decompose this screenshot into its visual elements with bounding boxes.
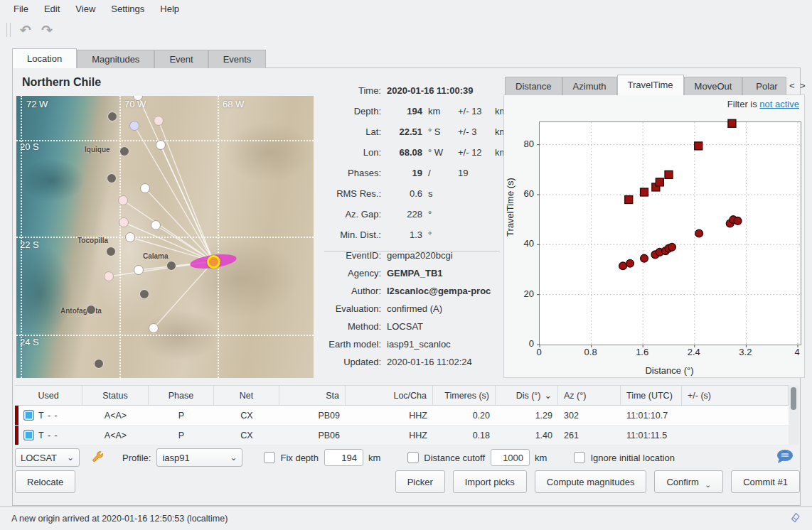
col-status[interactable]: Status bbox=[82, 386, 149, 405]
col-net[interactable]: Net bbox=[214, 386, 279, 405]
menu-file[interactable]: File bbox=[6, 1, 36, 16]
cutoff-input[interactable] bbox=[491, 449, 530, 466]
col-loccha[interactable]: Loc/Cha bbox=[346, 386, 433, 405]
agency: GEMPA_TB1 bbox=[381, 268, 443, 278]
origin-parameters: Time:2020-01-16 11:00:39 Depth:194km+/- … bbox=[317, 80, 503, 245]
station-marker[interactable] bbox=[125, 232, 135, 242]
station-marker[interactable] bbox=[129, 121, 139, 131]
col-time[interactable]: Time (UTC) bbox=[621, 386, 682, 405]
earth-model: iasp91_scanloc bbox=[381, 339, 451, 350]
pick-pen-icon[interactable] bbox=[789, 511, 802, 526]
used-checkbox[interactable] bbox=[23, 410, 34, 421]
station-marker[interactable] bbox=[140, 183, 150, 193]
tab-location[interactable]: Location bbox=[12, 48, 77, 68]
fix-depth-checkbox[interactable] bbox=[264, 452, 275, 463]
station-marker[interactable] bbox=[119, 217, 129, 227]
station-marker[interactable] bbox=[107, 173, 117, 183]
origin-mindist: 1.3 bbox=[381, 229, 422, 240]
station-marker[interactable] bbox=[94, 359, 104, 369]
filter-toggle-link[interactable]: not active bbox=[759, 99, 799, 109]
compute-magnitudes-button[interactable]: Compute magnitudes bbox=[535, 470, 647, 493]
import-picks-button[interactable]: Import picks bbox=[453, 470, 527, 493]
col-sta[interactable]: Sta bbox=[279, 386, 346, 405]
col-phase[interactable]: Phase bbox=[149, 386, 214, 405]
commit-button[interactable]: Commit #1 bbox=[731, 470, 800, 493]
event-info: EventID:gempa2020bcgi Agency:GEMPA_TB1 A… bbox=[317, 247, 508, 371]
col-dis[interactable]: Dis (°)⌄ bbox=[496, 386, 558, 405]
station-marker[interactable] bbox=[166, 261, 176, 271]
origin-label: Az. Gap: bbox=[317, 209, 381, 220]
depth-input[interactable] bbox=[324, 449, 363, 466]
menu-help[interactable]: Help bbox=[152, 1, 187, 16]
relocate-button[interactable]: Relocate bbox=[15, 470, 75, 493]
station-marker[interactable] bbox=[134, 265, 144, 275]
origin-label: Lat: bbox=[317, 126, 381, 137]
redo-icon[interactable]: ↷ bbox=[38, 21, 56, 38]
plot-y-axis-label: TravelTime (s) bbox=[505, 158, 515, 257]
menu-settings[interactable]: Settings bbox=[103, 1, 152, 16]
table-scrollbar[interactable] bbox=[789, 385, 798, 445]
ignore-initial-location-label: Ignore initial location bbox=[590, 453, 675, 463]
station-marker[interactable] bbox=[154, 116, 164, 126]
arrival-row[interactable]: T - - A<A> P CX PB06 HHZ 0.18 1.40 261 1… bbox=[15, 426, 789, 445]
chevron-down-icon: ⌄ bbox=[221, 453, 237, 463]
confirm-button[interactable]: Confirm⌄ bbox=[654, 470, 723, 493]
arrival-row[interactable]: T - - A<A> P CX PB09 HHZ 0.20 1.29 302 1… bbox=[15, 406, 789, 426]
station-marker[interactable] bbox=[151, 220, 161, 230]
plot-x-axis-label: Distance (°) bbox=[539, 365, 800, 376]
scolv-window: File Edit View Settings Help ↶ ↷ Locatio… bbox=[0, 0, 812, 530]
traveltime-plot[interactable] bbox=[539, 121, 801, 345]
col-az[interactable]: Az (°) bbox=[558, 386, 621, 405]
plot-tab-azimuth[interactable]: Azimuth bbox=[562, 77, 617, 95]
action-buttons: Relocate Picker Import picks Compute mag… bbox=[15, 470, 800, 493]
menu-edit[interactable]: Edit bbox=[36, 1, 68, 16]
picker-button[interactable]: Picker bbox=[395, 470, 445, 493]
arrivals-header-row: Used Status Phase Net Sta Loc/Cha Timere… bbox=[15, 386, 789, 406]
tab-scroll-left-icon[interactable]: < bbox=[786, 77, 797, 95]
menu-view[interactable]: View bbox=[68, 1, 103, 16]
used-checkbox[interactable] bbox=[23, 430, 34, 440]
origin-label: RMS Res.: bbox=[317, 188, 381, 199]
plot-tab-polar[interactable]: Polar bbox=[742, 77, 786, 95]
phase-color-flag bbox=[15, 406, 18, 425]
distance-cutoff-checkbox[interactable] bbox=[407, 452, 419, 463]
col-used[interactable]: Used bbox=[15, 386, 82, 405]
comment-bubble-icon[interactable] bbox=[775, 448, 794, 467]
phase-color-flag bbox=[15, 426, 18, 445]
station-marker[interactable] bbox=[149, 323, 159, 333]
station-marker[interactable] bbox=[156, 140, 166, 150]
station-marker[interactable] bbox=[106, 247, 116, 256]
city-label: Tocopilla bbox=[78, 237, 108, 244]
station-marker[interactable] bbox=[86, 305, 96, 315]
ignore-initial-location-checkbox[interactable] bbox=[574, 452, 585, 463]
locator-settings-icon[interactable] bbox=[91, 450, 104, 465]
station-marker[interactable] bbox=[139, 289, 149, 299]
tab-events[interactable]: Events bbox=[208, 50, 267, 68]
status-message: A new origin arrived at 2020-01-16 12:50… bbox=[11, 514, 228, 524]
tab-event[interactable]: Event bbox=[154, 50, 208, 68]
origin-label: Phases: bbox=[317, 168, 381, 178]
station-marker[interactable] bbox=[118, 195, 128, 205]
tab-magnitudes[interactable]: Magnitudes bbox=[77, 50, 154, 68]
location-pane: Northern Chile 72 W 70 W 68 W 20 S 22 S … bbox=[12, 67, 801, 506]
city-label: Calama bbox=[143, 252, 169, 260]
main-tabbar: Location Magnitudes Event Events bbox=[12, 48, 266, 68]
origin-rms: 0.6 bbox=[381, 188, 422, 199]
station-marker[interactable] bbox=[107, 112, 117, 121]
scrollbar-thumb[interactable] bbox=[791, 387, 796, 410]
arrivals-table: Used Status Phase Net Sta Loc/Cha Timere… bbox=[15, 385, 789, 445]
undo-icon[interactable]: ↶ bbox=[16, 21, 35, 38]
plot-tab-moveout[interactable]: MoveOut bbox=[684, 77, 743, 95]
locator-select[interactable]: LOCSAT⌄ bbox=[15, 448, 80, 467]
toolbar-handle[interactable] bbox=[6, 23, 11, 37]
col-err[interactable]: +/- (s) bbox=[682, 386, 789, 405]
plot-tab-traveltime[interactable]: TravelTime bbox=[617, 75, 684, 95]
station-map[interactable]: 72 W 70 W 68 W 20 S 22 S 24 S IquiqueToc… bbox=[16, 96, 314, 378]
station-marker[interactable] bbox=[104, 271, 114, 281]
plot-tab-distance[interactable]: Distance bbox=[505, 77, 562, 95]
station-marker[interactable] bbox=[119, 146, 129, 156]
event-id: gempa2020bcgi bbox=[381, 250, 453, 261]
profile-select[interactable]: iasp91⌄ bbox=[156, 448, 242, 467]
col-timeres[interactable]: Timeres (s) bbox=[433, 386, 496, 405]
tab-scroll-right-icon[interactable]: > bbox=[797, 77, 808, 95]
